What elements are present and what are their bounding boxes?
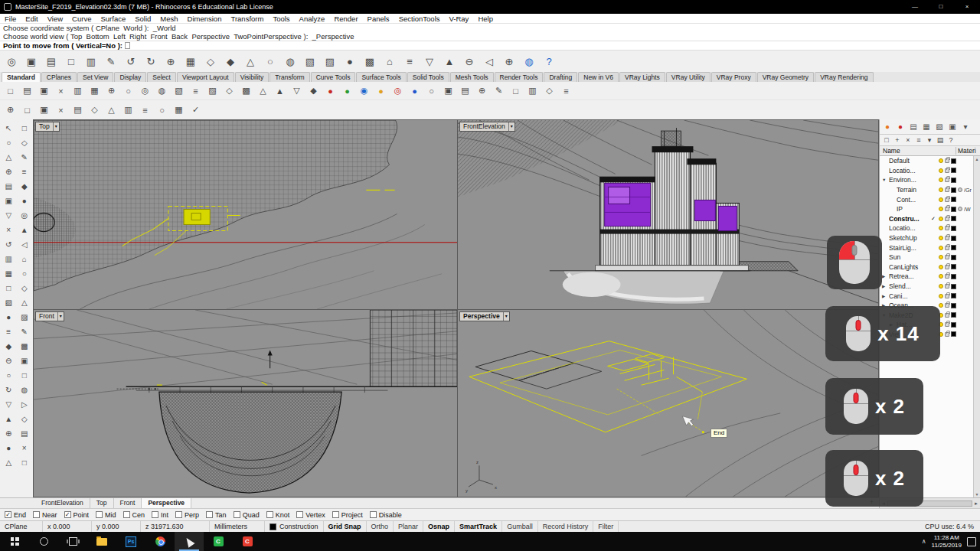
- sidebar-tool-icon[interactable]: ▥: [1, 252, 17, 266]
- layer-lock-icon[interactable]: [945, 265, 949, 269]
- checkbox[interactable]: [175, 511, 182, 518]
- sidebar-tool-icon[interactable]: ⊕: [1, 426, 17, 441]
- sidebar-tool-icon[interactable]: ●: [17, 194, 33, 208]
- panel-tab-icon[interactable]: ▦: [921, 122, 932, 132]
- panel-tab-icon[interactable]: ▧: [934, 122, 945, 132]
- toolbar-tool-icon[interactable]: ◆: [221, 52, 240, 70]
- layer-lock-icon[interactable]: [945, 255, 949, 259]
- checkbox[interactable]: [206, 511, 213, 518]
- menu-item[interactable]: V-Ray: [445, 15, 474, 23]
- layers-toolbar-icon[interactable]: ?: [947, 135, 955, 145]
- chrome-button[interactable]: [145, 532, 175, 551]
- toolbar-tool-icon[interactable]: ▽: [420, 52, 439, 70]
- chevron-down-icon[interactable]: ▾: [503, 312, 509, 321]
- sidebar-tool-icon[interactable]: ↖: [1, 121, 17, 135]
- status-readout[interactable]: Millimeters: [210, 521, 265, 532]
- tray-chevron-icon[interactable]: ∧: [922, 538, 926, 545]
- osnap-option[interactable]: Int: [152, 511, 168, 519]
- status-readout[interactable]: CPlane: [0, 521, 43, 532]
- toolbar-tab[interactable]: Mesh Tools: [450, 72, 494, 82]
- layer-row[interactable]: Locatio...: [880, 166, 973, 176]
- toolbar-tab[interactable]: Standard: [2, 72, 41, 82]
- sidebar-tool-icon[interactable]: ◇: [17, 412, 33, 426]
- menu-item[interactable]: View: [43, 15, 67, 23]
- layer-color-swatch[interactable]: [951, 255, 956, 260]
- status-toggle[interactable]: Osnap: [423, 521, 455, 532]
- layers-toolbar-icon[interactable]: ▾: [926, 135, 933, 145]
- layer-row[interactable]: CanLights: [880, 262, 973, 272]
- osnap-option[interactable]: Quad: [234, 511, 260, 519]
- layer-visibility-bulb-icon[interactable]: [939, 322, 943, 327]
- layer-row[interactable]: ▶ Retrea...: [880, 272, 973, 282]
- toolbar-tab[interactable]: VRay Geometry: [757, 72, 814, 82]
- toolbar-tool-icon[interactable]: ▤: [42, 52, 60, 70]
- layer-row[interactable]: ▶ Slend...: [880, 282, 973, 292]
- layer-lock-icon[interactable]: [945, 207, 949, 211]
- toolbar-tool-icon[interactable]: ▥: [70, 83, 86, 99]
- photoshop-button[interactable]: Ps: [116, 532, 145, 551]
- toolbar-tool-icon[interactable]: ▩: [238, 83, 254, 99]
- notification-center-icon[interactable]: [967, 537, 976, 546]
- toolbar-tab[interactable]: Surface Tools: [356, 72, 406, 82]
- layer-expand-icon[interactable]: ▶: [882, 303, 887, 308]
- osnap-option[interactable]: Knot: [266, 511, 290, 519]
- layer-lock-icon[interactable]: [945, 236, 949, 240]
- layer-lock-icon[interactable]: [945, 274, 949, 279]
- sidebar-tool-icon[interactable]: △: [1, 455, 17, 470]
- sidebar-tool-icon[interactable]: ▨: [17, 310, 33, 324]
- toolbar-tool-icon[interactable]: □: [508, 83, 524, 99]
- status-toggle[interactable]: SmartTrack: [455, 521, 502, 532]
- sidebar-tool-icon[interactable]: ×: [17, 441, 33, 455]
- toolbar-tool-icon[interactable]: ▥: [82, 52, 100, 70]
- viewport-title-front-elevation[interactable]: FrontElevation▾: [459, 122, 515, 132]
- viewport-title-perspective[interactable]: Perspective▾: [459, 311, 510, 321]
- sidebar-tool-icon[interactable]: □: [1, 281, 17, 295]
- toolbar-tool-icon[interactable]: ◎: [390, 83, 406, 99]
- layers-toolbar-icon[interactable]: +: [893, 135, 901, 145]
- add-viewport-tab-icon[interactable]: +: [864, 498, 879, 508]
- top-viewport-canvas[interactable]: [34, 120, 457, 309]
- layers-material-header[interactable]: Materi: [956, 147, 977, 155]
- menu-item[interactable]: Render: [329, 15, 362, 23]
- toolbar-tool-icon[interactable]: ▩: [361, 52, 379, 70]
- status-toggle[interactable]: Ortho: [367, 521, 394, 532]
- checkbox[interactable]: [296, 511, 303, 518]
- viewport-perspective[interactable]: zyx Perspective▾ End: [458, 310, 878, 497]
- sidebar-tool-icon[interactable]: △: [1, 150, 17, 165]
- layer-row[interactable]: IP /W: [880, 204, 973, 214]
- toolbar-tool-icon[interactable]: ▧: [301, 52, 319, 70]
- osnap-option[interactable]: Cen: [123, 511, 145, 519]
- toolbar-tool-icon[interactable]: ○: [154, 102, 170, 118]
- viewport-tab[interactable]: Front: [114, 498, 142, 508]
- toolbar-tool-icon[interactable]: ◇: [221, 83, 237, 99]
- status-toggle[interactable]: Planar: [394, 521, 423, 532]
- chevron-down-icon[interactable]: ▾: [53, 122, 59, 131]
- osnap-option[interactable]: Perp: [175, 511, 199, 519]
- front-elevation-canvas[interactable]: [458, 120, 878, 309]
- taskbar-clock[interactable]: 11:28 AM 11/25/2019: [932, 534, 962, 549]
- osnap-option[interactable]: Project: [332, 511, 363, 519]
- toolbar-tool-icon[interactable]: ◍: [281, 52, 299, 70]
- toolbar-tab[interactable]: Display: [114, 72, 146, 82]
- menu-item[interactable]: Solid: [130, 15, 155, 23]
- layer-lock-icon[interactable]: [945, 246, 949, 250]
- layers-scrollbar[interactable]: ▲ ▼: [973, 156, 980, 497]
- toolbar-tool-icon[interactable]: ○: [261, 52, 279, 70]
- status-toggle[interactable]: Filter: [593, 521, 619, 532]
- toolbar-tool-icon[interactable]: ▤: [19, 83, 35, 99]
- toolbar-tool-icon[interactable]: ×: [53, 83, 69, 99]
- sidebar-tool-icon[interactable]: ▦: [1, 266, 17, 281]
- layer-color-swatch[interactable]: [951, 284, 956, 289]
- sidebar-tool-icon[interactable]: ≡: [1, 324, 17, 339]
- toolbar-tool-icon[interactable]: ▨: [204, 83, 220, 99]
- toolbar-tool-icon[interactable]: ▽: [289, 83, 305, 99]
- sidebar-tool-icon[interactable]: □: [17, 368, 33, 383]
- toolbar-tool-icon[interactable]: ↺: [122, 52, 140, 70]
- layer-lock-icon[interactable]: [945, 332, 949, 337]
- sidebar-tool-icon[interactable]: ◆: [17, 179, 33, 194]
- toolbar-tool-icon[interactable]: ▧: [171, 83, 187, 99]
- layer-material-icon[interactable]: [958, 187, 962, 192]
- toolbar-tab[interactable]: Curve Tools: [311, 72, 356, 82]
- layer-visibility-bulb-icon[interactable]: [939, 217, 943, 221]
- sidebar-tool-icon[interactable]: ▣: [17, 354, 33, 368]
